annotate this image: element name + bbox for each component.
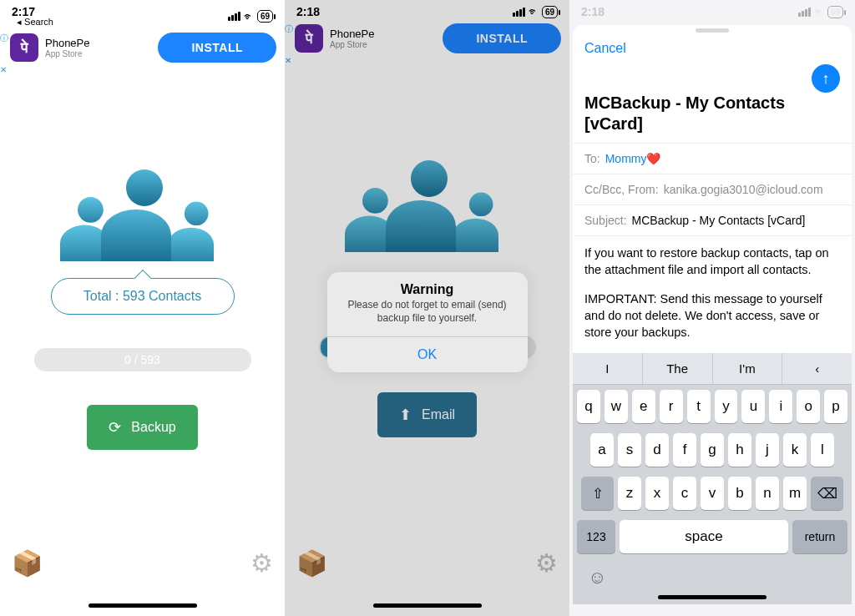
from-value: kanika.gogia3010@icloud.com: [664, 183, 823, 196]
backup-button-label: Backup: [131, 420, 175, 435]
suggestion-1[interactable]: I: [573, 353, 643, 384]
backup-button[interactable]: ⟳ Backup: [87, 405, 197, 450]
key-z[interactable]: z: [618, 477, 641, 510]
suggestion-3[interactable]: I'm: [713, 353, 783, 384]
ad-close-icon[interactable]: ✕: [0, 65, 7, 74]
key-t[interactable]: t: [687, 390, 711, 423]
key-o[interactable]: o: [797, 390, 820, 423]
key-row-2: asdfghjkl: [573, 428, 852, 472]
refresh-icon: ⟳: [109, 418, 121, 437]
numbers-key[interactable]: 123: [577, 520, 615, 553]
key-p[interactable]: p: [824, 390, 847, 423]
key-a[interactable]: a: [590, 433, 614, 467]
cancel-button[interactable]: Cancel: [584, 41, 626, 56]
key-v[interactable]: v: [701, 477, 724, 510]
ad-subtitle: App Store: [45, 49, 90, 58]
to-value[interactable]: Mommy❤️: [605, 152, 661, 165]
key-n[interactable]: n: [756, 477, 779, 510]
total-contacts-bubble: Total : 593 Contacts: [51, 278, 235, 315]
subject-value: MCBackup - My Contacts [vCard]: [632, 214, 806, 227]
collapse-keyboard[interactable]: ‹: [782, 353, 852, 384]
key-b[interactable]: b: [728, 477, 751, 510]
progress-label: 0 / 593: [124, 353, 160, 366]
key-d[interactable]: d: [645, 433, 669, 467]
ad-logo: पे: [10, 33, 38, 62]
subject-label: Subject:: [584, 214, 627, 227]
status-time: 2:18: [581, 5, 605, 18]
chevron-left-icon: ‹: [815, 361, 819, 376]
back-to-search[interactable]: ◂ Search: [12, 17, 53, 28]
key-w[interactable]: w: [605, 390, 628, 423]
key-i[interactable]: i: [769, 390, 792, 423]
arrow-up-icon: ↑: [822, 70, 830, 88]
battery-icon: 69: [257, 10, 273, 23]
wifi-icon: ᯤ: [814, 6, 824, 18]
keyboard: I The I'm ‹ qwertyuiop asdfghjkl ⇧ zxcvb…: [573, 353, 852, 604]
body-p1: If you want to restore backup contacts, …: [584, 245, 840, 279]
key-l[interactable]: l: [811, 433, 834, 467]
progress-bar: 0 / 593: [34, 348, 251, 371]
space-key[interactable]: space: [620, 520, 788, 553]
key-row-3: ⇧ zxcvbnm ⌫: [573, 472, 852, 515]
key-c[interactable]: c: [673, 477, 696, 510]
screen-email-warning: 2:18 ᯤ 69 ⓘ ✕ पे PhonePe App Store INSTA…: [285, 0, 569, 616]
key-row-1: qwertyuiop: [573, 385, 852, 428]
key-f[interactable]: f: [673, 433, 696, 467]
ad-title: PhonePe: [45, 37, 90, 49]
contacts-illustration: [0, 161, 285, 261]
send-button[interactable]: ↑: [812, 64, 840, 93]
status-bar-dim: 2:18 ᯤ 69: [569, 0, 855, 20]
key-x[interactable]: x: [645, 477, 669, 510]
screen-backup: 2:17 ◂ Search ᯤ 69 ⓘ ✕ पे PhonePe App St…: [0, 0, 285, 616]
key-y[interactable]: y: [715, 390, 738, 423]
subject-row[interactable]: Subject: MCBackup - My Contacts [vCard]: [573, 204, 852, 235]
home-indicator[interactable]: [89, 603, 197, 608]
cc-row[interactable]: Cc/Bcc, From: kanika.gogia3010@icloud.co…: [573, 174, 852, 204]
home-indicator[interactable]: [658, 595, 766, 599]
key-s[interactable]: s: [618, 433, 641, 467]
restore-icon[interactable]: 📦: [12, 548, 43, 578]
warning-alert: Warning Please do not forget to email (s…: [327, 272, 528, 372]
signal-icon: [228, 12, 240, 21]
ad-info-icon[interactable]: ⓘ: [0, 33, 8, 44]
key-r[interactable]: r: [660, 390, 683, 423]
backspace-key[interactable]: ⌫: [811, 477, 843, 510]
signal-icon: [798, 8, 811, 17]
suggestion-bar: I The I'm ‹: [573, 353, 852, 385]
key-e[interactable]: e: [632, 390, 655, 423]
to-row[interactable]: To: Mommy❤️: [573, 143, 852, 174]
key-row-4: 123 space return: [573, 515, 852, 562]
alert-message: Please do not forget to email (send) bac…: [327, 299, 528, 336]
key-g[interactable]: g: [701, 433, 724, 467]
key-j[interactable]: j: [756, 433, 779, 467]
screen-mail-compose: 2:18 ᯤ 69 Cancel ↑ MCBackup - My Contact…: [569, 0, 855, 616]
ad-banner[interactable]: ⓘ ✕ पे PhonePe App Store INSTALL: [0, 29, 285, 69]
key-m[interactable]: m: [783, 477, 807, 510]
install-button[interactable]: INSTALL: [158, 33, 276, 63]
emoji-key[interactable]: ☺: [588, 567, 606, 588]
key-h[interactable]: h: [728, 433, 751, 467]
shift-key[interactable]: ⇧: [581, 477, 614, 510]
cc-label: Cc/Bcc, From:: [584, 183, 659, 196]
to-label: To:: [584, 152, 600, 165]
mail-title: MCBackup - My Contacts [vCard]: [573, 93, 852, 143]
wifi-icon: ᯤ: [244, 11, 254, 23]
status-bar: 2:17 ◂ Search ᯤ 69: [0, 0, 285, 29]
alert-title: Warning: [327, 272, 528, 299]
alert-ok-button[interactable]: OK: [327, 336, 528, 372]
suggestion-2[interactable]: The: [643, 353, 713, 384]
key-u[interactable]: u: [741, 390, 765, 423]
settings-icon[interactable]: ⚙: [250, 548, 273, 578]
return-key[interactable]: return: [792, 520, 847, 553]
key-k[interactable]: k: [783, 433, 807, 467]
compose-sheet: Cancel ↑ MCBackup - My Contacts [vCard] …: [573, 25, 852, 604]
battery-icon: 69: [827, 6, 843, 18]
key-q[interactable]: q: [577, 390, 600, 423]
body-p2: IMPORTANT: Send this message to yourself…: [584, 290, 840, 341]
